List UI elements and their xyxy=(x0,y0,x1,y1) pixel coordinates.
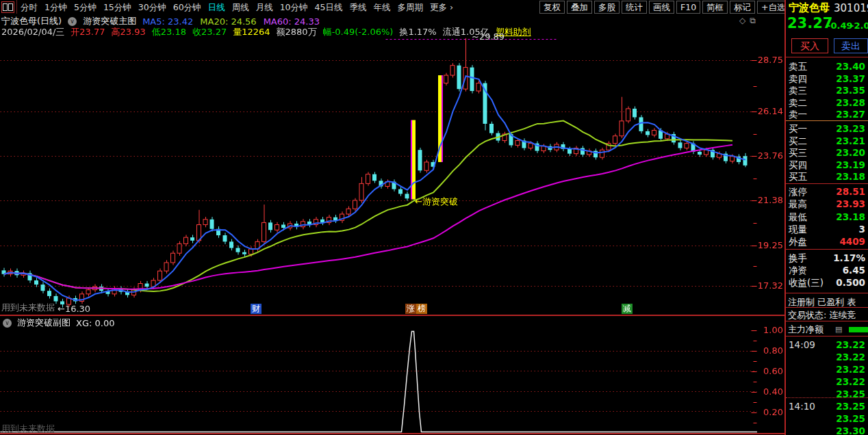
bid-row[interactable]: 买四23.19 xyxy=(789,159,865,172)
toolbar-button[interactable]: 多股 xyxy=(594,1,620,14)
trade-row: 23.22 xyxy=(789,376,865,387)
bid-row[interactable]: 买五23.18 xyxy=(789,171,865,183)
split-view-icon[interactable] xyxy=(1,1,14,13)
period-tab[interactable]: 30分钟 xyxy=(138,2,166,14)
event-badge[interactable]: 减 xyxy=(622,304,633,314)
toolbar-button[interactable]: 复权 xyxy=(539,1,565,14)
price-axis-label: 23.76 xyxy=(754,150,783,161)
toolbar-button[interactable]: 简框 xyxy=(702,1,728,14)
price-axis-label: 19.25 xyxy=(754,240,783,250)
ask-row[interactable]: 卖一23.27 xyxy=(789,109,865,121)
sub-indicator-name: 游资突破副图 xyxy=(17,317,71,329)
sub-indicator-value: XG: 0.00 xyxy=(76,318,114,328)
quote-info-segment: 量12264 xyxy=(233,26,270,38)
main-force-bar xyxy=(849,327,868,332)
period-tab[interactable]: 月线 xyxy=(256,2,273,14)
trade-row: 23.22 xyxy=(789,364,865,375)
ask-row[interactable]: 卖二23.28 xyxy=(789,97,865,109)
ma-label: MA20: 24.56 xyxy=(200,16,256,27)
panel-icon[interactable]: ⧉ xyxy=(750,16,756,25)
period-tab[interactable]: 45日线 xyxy=(315,2,343,14)
trade-row: 14:1023.25 xyxy=(789,401,865,412)
list-icon[interactable]: ▤ xyxy=(835,325,842,334)
toolbar-divider xyxy=(16,0,17,14)
toolbar-button[interactable]: 标记 xyxy=(730,1,755,14)
quote-info-segment: 开23.77 xyxy=(71,26,105,38)
period-tab[interactable]: 更多 › xyxy=(430,2,453,14)
panel-divider xyxy=(786,249,868,250)
ma-label: MA5: 23.42 xyxy=(142,16,193,27)
price-axis-label: 26.14 xyxy=(754,106,783,116)
toolbar-button[interactable]: 统计 xyxy=(622,1,647,14)
stat-row: 净资6.45 xyxy=(789,265,865,277)
quote-info-segment: 额2880万 xyxy=(277,26,317,38)
price-axis-label: 28.75 xyxy=(754,55,783,65)
quote-info-segment: 2026/02/04/三 xyxy=(1,26,64,38)
period-tab[interactable]: 日线 xyxy=(208,2,225,14)
sub-axis-label: 0.80 xyxy=(754,345,783,356)
period-tab[interactable]: 年线 xyxy=(373,2,390,14)
panel-divider xyxy=(786,321,868,321)
stat-row: 最低23.18 xyxy=(789,211,865,224)
ma-legend: MA5: 23.42MA20: 24.56MA60: 24.33 xyxy=(142,16,327,27)
period-tab[interactable]: 5分钟 xyxy=(74,2,97,14)
period-tab[interactable]: 15分钟 xyxy=(103,2,131,14)
stat-row: 现量3 xyxy=(789,224,865,236)
panel-stock-code: 301019 xyxy=(834,2,868,14)
bid-row[interactable]: 买二23.21 xyxy=(789,135,865,148)
sub-chart-canvas[interactable] xyxy=(0,327,757,434)
stat-row: 换手1.17% xyxy=(789,252,865,265)
ask-row[interactable]: 卖四23.37 xyxy=(789,73,865,85)
sell-button[interactable]: 卖出 xyxy=(834,38,868,53)
period-tab[interactable]: 多周期 xyxy=(397,2,423,14)
bid-row[interactable]: 买一23.23 xyxy=(789,123,865,135)
toolbar-button[interactable]: 叠加 xyxy=(567,1,592,14)
chevron-down-icon[interactable]: ∨ xyxy=(3,319,12,328)
period-tab[interactable]: 季线 xyxy=(349,2,366,14)
panel-divider xyxy=(786,307,868,308)
sub-axis-label: 0.60 xyxy=(754,366,783,376)
trade-row: 14:0923.22 xyxy=(789,339,865,350)
breakout-annotation: ←游资突破 xyxy=(415,196,458,208)
chart-corner-icons: ◇⧉ xyxy=(739,16,756,25)
ask-row[interactable]: 卖三23.35 xyxy=(789,85,865,97)
sub-chart-header: ∨ 游资突破副图 XG: 0.00 xyxy=(3,317,114,329)
sub-axis-label: 0.40 xyxy=(754,386,783,397)
main-chart-canvas[interactable] xyxy=(0,38,757,313)
price-axis-label: 17.32 xyxy=(754,280,783,291)
quote-info-segment: 幅-0.49(-2.06%) xyxy=(323,26,394,38)
price-change: -0.49 xyxy=(827,21,852,31)
period-tab[interactable]: 60分钟 xyxy=(173,2,201,14)
peak-price-annotation: ~29.89 xyxy=(472,31,505,42)
period-tabs: 分时1分钟5分钟15分钟30分钟60分钟日线周线月线10分钟45日线季线年线多周… xyxy=(21,2,453,14)
panel-stock-name: 宁波色母 xyxy=(789,1,830,14)
stat-row: 收益(三)0.500 xyxy=(789,277,865,289)
event-badge[interactable]: 涨榜 xyxy=(405,304,427,314)
toolbar-button[interactable]: F10 xyxy=(676,1,700,14)
trade-row: 23.25 xyxy=(789,413,865,424)
badge-char: 涨 xyxy=(405,304,416,314)
diamond-icon[interactable]: ◇ xyxy=(739,16,745,25)
buy-button[interactable]: 买入 xyxy=(791,38,828,53)
quote-info-segment: 高23.93 xyxy=(112,26,146,38)
period-tab[interactable]: 10分钟 xyxy=(280,2,308,14)
panel-divider xyxy=(786,293,868,293)
main-force-label: 主力净额 xyxy=(788,324,824,336)
ask-row[interactable]: 卖五23.40 xyxy=(789,61,865,73)
trade-row: 23.30 xyxy=(789,425,865,435)
period-tab[interactable]: 分时 xyxy=(21,2,38,14)
trade-row: 23.22 xyxy=(789,352,865,362)
quote-info-row: 2026/02/04/三开23.77高23.93低23.18收23.27量122… xyxy=(1,26,531,38)
period-tab[interactable]: 周线 xyxy=(232,2,249,14)
event-badge[interactable]: 财 xyxy=(251,304,261,314)
trading-terminal-window: 分时1分钟5分钟15分钟30分钟60分钟日线周线月线10分钟45日线季线年线多周… xyxy=(0,0,868,435)
toolbar-buttons: 复权叠加多股统计画线F10简框标记+自选返回 xyxy=(539,1,817,14)
period-tab[interactable]: 1分钟 xyxy=(44,2,67,14)
stat-row: 最高23.93 xyxy=(789,198,865,211)
bid-row[interactable]: 买三23.20 xyxy=(789,147,865,159)
stat-row: 外盘4409 xyxy=(789,236,865,248)
sub-axis-label: 0.20 xyxy=(754,407,783,417)
toolbar-button[interactable]: 画线 xyxy=(649,1,674,14)
chevron-down-icon[interactable]: ∨ xyxy=(68,17,77,26)
last-price: 23.27 xyxy=(787,15,832,31)
